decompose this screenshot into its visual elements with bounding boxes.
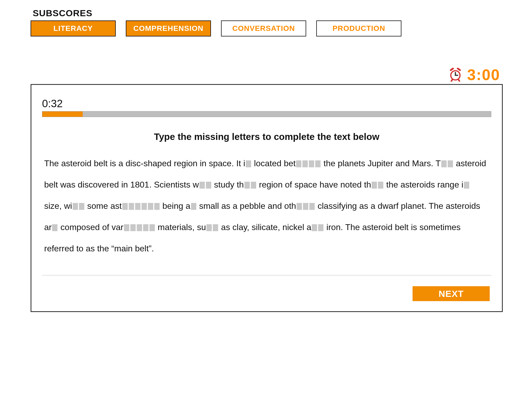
blank-input[interactable] (52, 218, 58, 239)
timer: 3:00 (31, 66, 500, 84)
blank-input[interactable] (122, 196, 160, 218)
instruction-text: Type the missing letters to complete the… (42, 131, 491, 142)
blank-input[interactable] (441, 154, 454, 175)
blank-input[interactable] (244, 175, 257, 196)
panel-footer: NEXT (42, 286, 491, 301)
svg-line-4 (458, 68, 460, 70)
subscore-tabs: LITERACY COMPREHENSION CONVERSATION PROD… (31, 20, 503, 36)
svg-line-3 (451, 68, 453, 70)
blank-input[interactable] (190, 196, 197, 218)
subscores-title: SUBSCORES (33, 8, 503, 18)
alarm-clock-icon (448, 68, 462, 82)
tab-label: LITERACY (53, 24, 93, 33)
blank-input[interactable] (296, 154, 321, 175)
tab-label: CONVERSATION (232, 24, 295, 33)
exercise-panel: 0:32 Type the missing letters to complet… (31, 84, 503, 312)
blank-input[interactable] (245, 154, 252, 175)
tab-production[interactable]: PRODUCTION (316, 20, 401, 36)
tab-conversation[interactable]: CONVERSATION (221, 20, 306, 36)
tab-literacy[interactable]: LITERACY (31, 20, 116, 36)
exercise-text[interactable]: The asteroid belt is a disc-shaped regio… (42, 153, 491, 259)
blank-input[interactable] (199, 175, 212, 196)
blank-input[interactable] (296, 196, 315, 218)
blank-input[interactable] (311, 218, 324, 239)
tab-comprehension[interactable]: COMPREHENSION (126, 20, 211, 36)
divider (42, 275, 491, 276)
tab-label: COMPREHENSION (133, 24, 203, 33)
elapsed-time: 0:32 (42, 98, 491, 110)
tab-label: PRODUCTION (332, 24, 385, 33)
blank-input[interactable] (123, 218, 155, 239)
blank-input[interactable] (206, 218, 219, 239)
next-button[interactable]: NEXT (413, 286, 490, 301)
progress-bar (42, 111, 491, 117)
svg-line-5 (451, 79, 452, 81)
progress-fill (42, 111, 83, 117)
blank-input[interactable] (463, 175, 470, 196)
svg-line-6 (458, 79, 459, 81)
blank-input[interactable] (371, 175, 384, 196)
timer-remaining: 3:00 (467, 66, 500, 84)
blank-input[interactable] (72, 196, 85, 218)
